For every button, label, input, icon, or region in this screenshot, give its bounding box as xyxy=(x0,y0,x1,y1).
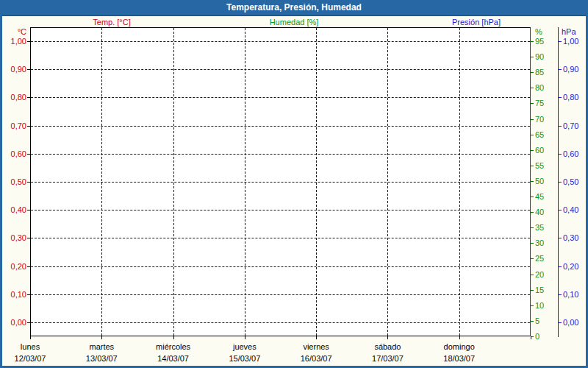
date-label: 15/03/07 xyxy=(229,354,260,363)
pressure-tick xyxy=(559,69,562,70)
legend-humidity: Humedad [%] xyxy=(270,17,319,27)
pressure-tick-label: 0,60 xyxy=(563,149,578,158)
humidity-tick xyxy=(531,103,534,104)
weekday-label: lunes xyxy=(21,342,40,351)
humidity-tick xyxy=(531,305,534,306)
h-gridline xyxy=(31,266,530,267)
pressure-tick xyxy=(559,322,562,323)
pressure-tick-label: 0,20 xyxy=(563,262,578,271)
humidity-tick-label: 65 xyxy=(535,130,544,139)
h-gridline xyxy=(31,322,530,323)
pressure-tick-label: 0,80 xyxy=(563,93,578,102)
humidity-tick xyxy=(531,321,534,322)
h-gridline xyxy=(31,294,530,295)
weekday-label: jueves xyxy=(233,342,257,351)
v-gridline xyxy=(316,28,317,336)
humidity-tick xyxy=(531,72,534,73)
humidity-tick-label: 10 xyxy=(535,301,544,310)
day-tick xyxy=(245,336,245,339)
pressure-tick-label: 0,00 xyxy=(563,318,578,327)
temperature-tick-label: 0,00 xyxy=(2,318,26,327)
humidity-tick-label: 60 xyxy=(535,146,544,155)
pressure-tick-label: 0,70 xyxy=(563,121,578,130)
legend-temperature: Temp. [°C] xyxy=(93,17,130,27)
humidity-tick xyxy=(531,197,534,197)
date-label: 12/03/07 xyxy=(15,354,46,363)
humidity-tick xyxy=(531,275,534,275)
temperature-tick-label: 0,50 xyxy=(2,177,26,186)
day-tick xyxy=(173,336,174,339)
humidity-tick-label: 15 xyxy=(535,286,544,294)
humidity-tick-label: 55 xyxy=(535,161,544,170)
temperature-tick xyxy=(27,210,30,210)
humidity-axis-unit: % xyxy=(535,27,542,36)
chart-window: Temperatura, Presión, Humedad Temp. [°C]… xyxy=(0,0,588,368)
temperature-tick-label: 0,40 xyxy=(2,205,26,214)
date-label: 18/03/07 xyxy=(443,354,475,363)
humidity-tick-label: 5 xyxy=(535,316,539,325)
day-tick xyxy=(459,336,460,339)
pressure-tick-label: 1,00 xyxy=(563,37,578,46)
temperature-tick xyxy=(27,294,30,295)
pressure-tick xyxy=(559,154,562,155)
humidity-tick-label: 40 xyxy=(535,208,544,216)
temperature-tick xyxy=(27,154,30,155)
humidity-tick-label: 50 xyxy=(535,177,544,185)
humidity-tick xyxy=(531,57,534,57)
humidity-tick xyxy=(531,243,534,244)
humidity-tick-label: 25 xyxy=(535,254,544,263)
h-gridline xyxy=(31,238,530,238)
humidity-tick xyxy=(531,181,534,182)
pressure-tick xyxy=(559,210,562,210)
pressure-tick-label: 0,50 xyxy=(563,177,578,186)
pressure-tick-label: 0,40 xyxy=(563,205,578,214)
humidity-tick-label: 45 xyxy=(535,192,544,201)
temperature-tick-label: 0,80 xyxy=(2,93,26,102)
h-gridline xyxy=(31,69,530,70)
h-gridline xyxy=(31,210,530,210)
date-label: 13/03/07 xyxy=(86,354,118,363)
h-gridline xyxy=(31,182,530,183)
pressure-tick xyxy=(559,266,562,267)
weekday-label: sábado xyxy=(374,342,401,351)
h-gridline xyxy=(31,41,530,42)
humidity-tick xyxy=(531,41,534,42)
legend-pressure: Presión [hPa] xyxy=(452,17,501,27)
humidity-tick xyxy=(531,150,534,151)
humidity-tick xyxy=(531,135,534,135)
pressure-tick-label: 0,90 xyxy=(563,65,578,74)
pressure-tick xyxy=(559,238,562,238)
humidity-tick-label: 75 xyxy=(535,99,544,107)
temperature-tick xyxy=(27,41,30,42)
humidity-tick xyxy=(531,88,534,88)
humidity-tick-label: 90 xyxy=(535,52,544,61)
h-gridline xyxy=(31,126,530,127)
humidity-tick-label: 95 xyxy=(535,37,544,46)
humidity-tick-label: 30 xyxy=(535,238,544,247)
date-label: 17/03/07 xyxy=(372,354,404,363)
temperature-tick-label: 0,70 xyxy=(2,121,26,130)
temperature-tick-label: 1,00 xyxy=(2,37,26,46)
v-gridline xyxy=(245,28,245,336)
weekday-label: domingo xyxy=(444,342,475,351)
date-label: 16/03/07 xyxy=(301,354,332,363)
day-tick xyxy=(101,336,102,339)
temperature-tick xyxy=(27,69,30,70)
pressure-axis-unit: hPa xyxy=(562,27,576,36)
pressure-tick-label: 0,10 xyxy=(563,290,578,299)
humidity-tick-label: 70 xyxy=(535,115,544,124)
temperature-tick xyxy=(27,238,30,238)
temperature-tick-label: 0,20 xyxy=(2,262,26,271)
pressure-tick-label: 0,30 xyxy=(563,233,578,242)
h-gridline xyxy=(31,97,530,98)
day-tick xyxy=(30,336,31,339)
title-bar: Temperatura, Presión, Humedad xyxy=(0,0,588,16)
pressure-tick xyxy=(559,41,562,42)
v-gridline xyxy=(173,28,174,336)
temperature-tick xyxy=(27,266,30,267)
humidity-tick-label: 0 xyxy=(535,332,539,341)
humidity-tick xyxy=(531,212,534,213)
v-gridline xyxy=(387,28,388,336)
weekday-label: martes xyxy=(89,342,114,351)
v-gridline xyxy=(459,28,460,336)
